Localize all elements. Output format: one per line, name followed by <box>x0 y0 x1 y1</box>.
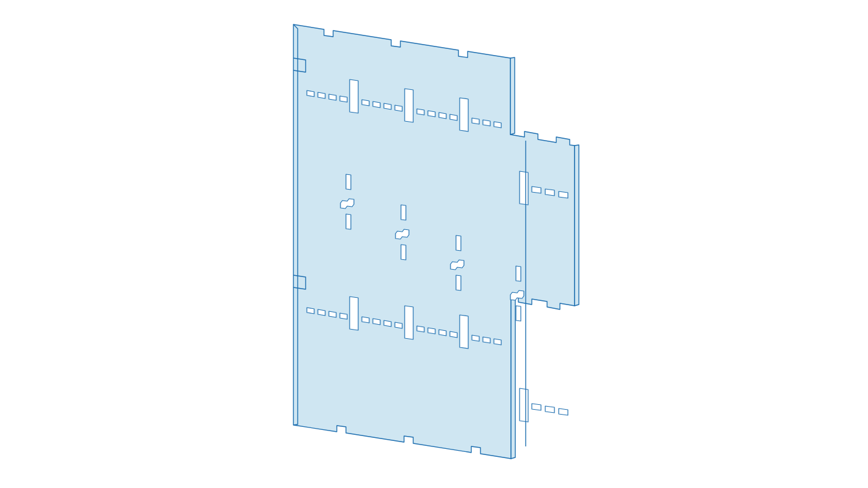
svg-marker-11 <box>450 114 457 120</box>
plate-side-face <box>510 57 515 135</box>
plate-side-face-3 <box>511 295 515 459</box>
svg-marker-22 <box>362 317 369 323</box>
slot-large <box>520 171 528 205</box>
svg-marker-5 <box>373 102 380 108</box>
svg-marker-43 <box>516 306 521 321</box>
svg-marker-7 <box>395 105 402 111</box>
slot-large <box>350 79 358 113</box>
svg-marker-27 <box>428 328 435 334</box>
svg-marker-19 <box>318 309 325 316</box>
svg-marker-13 <box>483 120 490 126</box>
svg-marker-12 <box>472 118 479 124</box>
svg-marker-28 <box>439 330 446 336</box>
svg-marker-33 <box>532 404 541 410</box>
svg-marker-10 <box>439 113 446 119</box>
plate-front-face <box>293 24 575 459</box>
svg-marker-24 <box>384 320 391 327</box>
svg-marker-31 <box>483 337 490 343</box>
svg-marker-6 <box>384 103 391 109</box>
svg-marker-17 <box>559 191 568 198</box>
svg-marker-38 <box>401 205 406 220</box>
svg-marker-16 <box>545 189 554 196</box>
svg-marker-39 <box>401 245 406 260</box>
svg-marker-32 <box>494 339 501 345</box>
slot-large <box>460 315 468 349</box>
slot-large <box>405 89 413 122</box>
slot-large <box>350 297 358 330</box>
isometric-panel-drawing: .face { fill:#cfe6f2; stroke:#1f6fb0; st… <box>0 0 868 488</box>
svg-marker-34 <box>545 406 554 413</box>
slot-large <box>520 388 528 422</box>
svg-marker-35 <box>559 409 568 415</box>
svg-marker-30 <box>472 335 479 341</box>
slot-large <box>460 98 468 131</box>
svg-marker-40 <box>456 235 461 251</box>
svg-marker-0 <box>307 91 314 97</box>
svg-marker-37 <box>346 214 351 229</box>
slot-large <box>405 306 413 339</box>
svg-marker-41 <box>456 275 461 290</box>
svg-marker-25 <box>395 322 402 328</box>
svg-marker-14 <box>494 122 501 128</box>
svg-marker-8 <box>417 109 424 115</box>
plate-side-face-2 <box>575 145 579 306</box>
svg-marker-26 <box>417 326 424 332</box>
svg-marker-18 <box>307 308 314 314</box>
svg-marker-4 <box>362 100 369 106</box>
svg-marker-3 <box>340 96 347 102</box>
diagram-canvas: .face { fill:#cfe6f2; stroke:#1f6fb0; st… <box>0 0 868 488</box>
svg-marker-36 <box>346 174 351 190</box>
svg-marker-23 <box>373 319 380 325</box>
svg-marker-2 <box>329 94 336 100</box>
svg-marker-15 <box>532 187 541 193</box>
svg-marker-42 <box>516 266 521 281</box>
svg-marker-29 <box>450 331 457 338</box>
svg-marker-1 <box>318 92 325 98</box>
svg-marker-9 <box>428 111 435 117</box>
svg-marker-20 <box>329 311 336 317</box>
svg-marker-21 <box>340 313 347 319</box>
